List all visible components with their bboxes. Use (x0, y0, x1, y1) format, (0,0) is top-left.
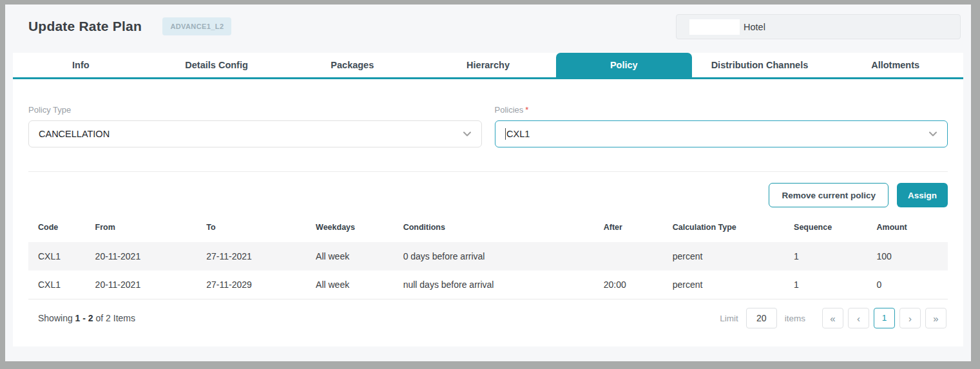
policies-table: CodeFromToWeekdaysConditionsAfterCalcula… (28, 214, 948, 299)
rate-plan-page: Update Rate Plan ADVANCE1_L2 Hotel InfoD… (5, 5, 971, 361)
tab-allotments[interactable]: Allotments (827, 53, 963, 77)
table-cell: 0 (872, 270, 948, 299)
policy-type-label: Policy Type (28, 105, 482, 115)
table-cell (599, 242, 668, 270)
tab-distribution-channels[interactable]: Distribution Channels (692, 53, 828, 77)
table-cell: percent (668, 242, 789, 270)
table-cell: All week (311, 270, 398, 299)
table-cell: percent (668, 270, 789, 299)
prev-page-button[interactable]: ‹ (848, 308, 869, 328)
section-divider (28, 171, 948, 172)
remove-current-policy-button[interactable]: Remove current policy (769, 183, 889, 207)
column-header: To (201, 214, 311, 242)
last-page-button[interactable]: » (925, 308, 946, 328)
policy-type-select[interactable]: CANCELLATION (28, 120, 482, 147)
assign-button[interactable]: Assign (897, 183, 948, 207)
tab-packages[interactable]: Packages (284, 53, 420, 77)
policies-label: Policies* (495, 105, 948, 115)
table-cell: 27-11-2021 (201, 242, 311, 270)
policy-tab-content: Policy Type CANCELLATION Policies* CXL1 (13, 79, 963, 339)
column-header: Calculation Type (668, 214, 789, 242)
table-header-row: CodeFromToWeekdaysConditionsAfterCalcula… (28, 214, 948, 242)
policies-value-text: CXL1 (506, 129, 530, 139)
page-header: Update Rate Plan ADVANCE1_L2 Hotel (5, 5, 971, 53)
policy-type-field: Policy Type CANCELLATION (28, 105, 482, 147)
text-cursor (505, 128, 506, 140)
current-page-button[interactable]: 1 (874, 308, 895, 328)
first-page-button[interactable]: « (822, 308, 843, 328)
table-row[interactable]: CXL120-11-202127-11-2029All weeknull day… (28, 270, 948, 299)
rate-plan-card: InfoDetails ConfigPackagesHierarchyPolic… (13, 53, 963, 346)
showing-prefix: Showing (38, 313, 75, 323)
tab-bar: InfoDetails ConfigPackagesHierarchyPolic… (13, 53, 963, 79)
pagination-area: Limit items « ‹ 1 › » (720, 308, 946, 328)
column-header: Code (28, 214, 90, 242)
rate-plan-code-badge: ADVANCE1_L2 (162, 17, 231, 35)
policies-value: CXL1 (505, 128, 530, 140)
policies-field: Policies* CXL1 (495, 105, 948, 147)
table-cell: 20:00 (599, 270, 668, 299)
column-header: Sequence (789, 214, 871, 242)
table-cell: 20-11-2021 (90, 242, 202, 270)
column-header: Conditions (398, 214, 599, 242)
tab-policy[interactable]: Policy (556, 53, 692, 77)
pager: « ‹ 1 › » (822, 308, 946, 328)
table-cell: CXL1 (28, 270, 90, 299)
table-header: CodeFromToWeekdaysConditionsAfterCalcula… (28, 214, 948, 242)
chevron-down-icon (928, 129, 938, 139)
column-header: Amount (872, 214, 948, 242)
showing-range: 1 - 2 (75, 313, 93, 323)
policy-form-row: Policy Type CANCELLATION Policies* CXL1 (28, 105, 948, 147)
hotel-label: Hotel (744, 22, 765, 32)
table-body: CXL120-11-202127-11-2021All week0 days b… (28, 242, 948, 299)
showing-summary: Showing 1 - 2 of 2 Items (38, 313, 135, 323)
table-cell: 20-11-2021 (90, 270, 202, 299)
table-cell: 100 (872, 242, 948, 270)
policy-type-value: CANCELLATION (39, 129, 110, 139)
chevron-down-icon (462, 129, 472, 139)
table-cell: All week (311, 242, 398, 270)
required-asterisk: * (525, 105, 528, 115)
next-page-button[interactable]: › (899, 308, 921, 328)
table-cell: 0 days before arrival (398, 242, 599, 270)
policies-select[interactable]: CXL1 (495, 120, 948, 147)
table-cell: null days before arrival (398, 270, 599, 299)
table-row[interactable]: CXL120-11-202127-11-2021All week0 days b… (28, 242, 948, 270)
policies-label-text: Policies (495, 105, 524, 115)
showing-suffix: of 2 Items (93, 313, 135, 323)
policy-actions: Remove current policy Assign (28, 183, 948, 207)
table-cell: CXL1 (28, 242, 90, 270)
limit-label: Limit (720, 314, 738, 323)
column-header: From (90, 214, 202, 242)
items-label: items (785, 314, 805, 323)
tab-details-config[interactable]: Details Config (149, 53, 285, 77)
page-title: Update Rate Plan (28, 19, 142, 34)
table-cell: 1 (789, 242, 871, 270)
tab-info[interactable]: Info (13, 53, 149, 77)
table-cell: 1 (789, 270, 871, 299)
column-header: After (599, 214, 668, 242)
column-header: Weekdays (311, 214, 398, 242)
hotel-selector[interactable]: Hotel (676, 14, 961, 39)
limit-input[interactable] (746, 308, 777, 328)
tab-hierarchy[interactable]: Hierarchy (420, 53, 556, 77)
table-footer: Showing 1 - 2 of 2 Items Limit items « ‹… (28, 299, 948, 339)
table-cell: 27-11-2029 (201, 270, 311, 299)
hotel-name-redacted (689, 19, 740, 35)
